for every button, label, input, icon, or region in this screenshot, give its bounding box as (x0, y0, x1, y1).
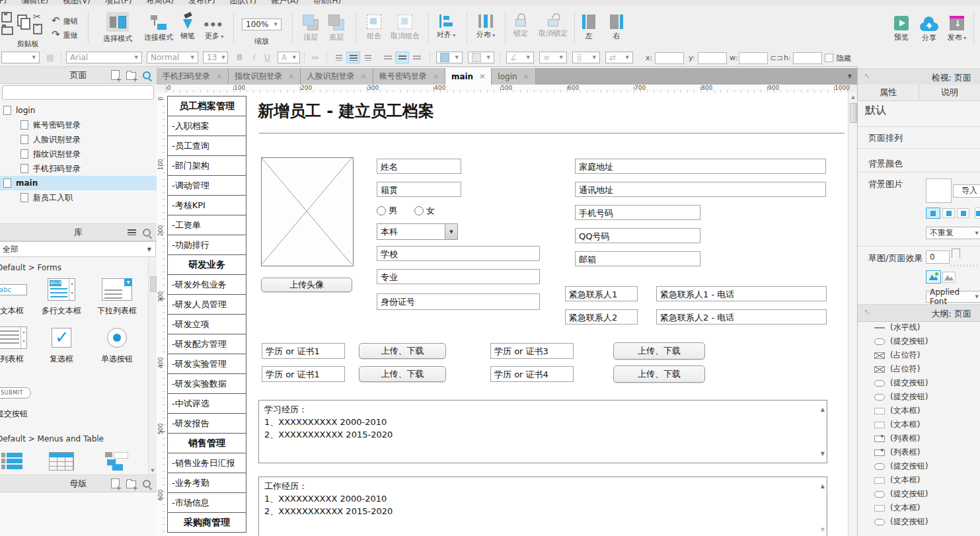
menu-item[interactable]: 发布(P) (188, 0, 215, 5)
document-tab[interactable]: login (492, 68, 535, 85)
bg-repeat-select[interactable]: 不重复 (926, 227, 980, 239)
valign-top-button[interactable] (381, 52, 395, 63)
collapse-panel-icon[interactable] (864, 71, 870, 81)
page-tree-item[interactable]: 手机扫码登录 (0, 161, 157, 176)
scroll-down-icon[interactable] (149, 468, 157, 473)
zoom-select[interactable]: 100% (242, 19, 282, 30)
library-widget[interactable]: 下拉列表框 (94, 276, 140, 317)
link-wh-icon[interactable]: ⊏⊐ (771, 54, 782, 62)
menu-item[interactable]: 编辑(E) (21, 0, 48, 5)
email-field[interactable]: 邮箱 (575, 251, 700, 266)
library-widget[interactable]: SUBMIT 提交按钮 (0, 379, 35, 420)
halign-left-button[interactable] (332, 52, 346, 63)
design-canvas[interactable]: 员工档案管理-入职档案-员工查询-部门架构-调动管理-考核KPI-工资单-功勋排… (165, 93, 848, 536)
w-input[interactable] (739, 52, 768, 64)
group-button[interactable]: 组合 (361, 15, 387, 41)
emergency-contact1-phone-field[interactable]: 紧急联系人1 - 电话 (656, 286, 827, 301)
collapse-panel-icon[interactable] (864, 307, 870, 317)
edit-style-icon[interactable]: ▤ (44, 52, 57, 63)
cert4-field[interactable]: 学历 or 证书4 (490, 366, 574, 382)
style-select[interactable] (1, 52, 40, 63)
outline-item[interactable]: (提交按钮) (858, 334, 980, 348)
add-folder-icon[interactable] (126, 72, 136, 80)
work-history-textarea[interactable]: 工作经历： 1、XXXXXXXXXX 2000-2010 2、XXXXXXXXX… (258, 477, 827, 536)
share-button[interactable]: 分享 (916, 17, 942, 43)
outline-item[interactable]: (列表框) (858, 445, 980, 459)
library-widget[interactable] (94, 448, 140, 477)
bg-align-left-button[interactable] (975, 208, 980, 219)
study-history-textarea[interactable]: 学习经历： 1、XXXXXXXXXX 2000-2010 2、XXXXXXXXX… (258, 400, 827, 463)
outline-item[interactable]: (提交按钮) (858, 515, 980, 529)
upload-download-button[interactable]: 上传、下载 (613, 342, 705, 360)
document-tab[interactable]: 指纹识别登录 (229, 68, 301, 85)
wireframe-nav-item[interactable]: -销售业务日汇报 (168, 453, 246, 473)
sketch-slider-handle[interactable] (952, 249, 960, 262)
copy-button[interactable] (17, 15, 27, 26)
page-tree-item[interactable]: 新员工入职 (0, 190, 157, 205)
menu-item[interactable]: 布局(A) (146, 0, 174, 5)
library-filter-select[interactable]: 全部 (0, 241, 156, 257)
mailing-address-field[interactable]: 通讯地址 (575, 182, 826, 197)
tab-overflow-icon[interactable] (848, 73, 852, 79)
undo-button[interactable]: 撤销 (52, 14, 78, 26)
outline-item[interactable]: (文本框) (858, 473, 980, 487)
wireframe-nav-item[interactable]: -员工查询 (168, 136, 246, 156)
document-tab[interactable]: 账号密码登录 (373, 68, 445, 85)
degree-droplist[interactable]: 本科 (377, 223, 458, 240)
add-page-icon[interactable] (111, 70, 120, 80)
library-widget[interactable]: 列表框 (0, 325, 35, 365)
masters-search-icon[interactable] (143, 480, 151, 488)
name-field[interactable]: 姓名 (377, 159, 461, 174)
wireframe-nav-item[interactable]: -入职档案 (168, 116, 246, 136)
wireframe-nav-item[interactable]: -考核KPI (168, 196, 246, 215)
scroll-down-icon[interactable] (821, 447, 825, 460)
line-style-select[interactable]: ≡ (539, 52, 567, 63)
home-address-field[interactable]: 家庭地址 (575, 159, 826, 174)
close-tab-icon[interactable] (523, 73, 529, 80)
scrollbar-thumb[interactable] (150, 276, 157, 292)
lock-button[interactable]: 锁定 (508, 13, 534, 38)
close-tab-icon[interactable] (433, 73, 439, 80)
upload-avatar-button[interactable]: 上传头像 (261, 278, 352, 292)
pen-tool-button[interactable]: 钢笔 (174, 13, 201, 41)
page-style-name[interactable]: 默认 (865, 104, 886, 118)
preview-button[interactable]: 预览 (889, 16, 913, 42)
major-field[interactable]: 专业 (377, 269, 540, 284)
wireframe-nav-item[interactable]: 采购商管理 (168, 513, 246, 532)
menu-item[interactable]: 文件(F) (0, 0, 7, 5)
font-family-select[interactable]: Arial (66, 52, 142, 63)
wireframe-nav-item[interactable]: -工资单 (168, 215, 246, 235)
distribute-button[interactable]: 分布 (471, 15, 501, 40)
wireframe-nav-item[interactable]: -研发立项 (168, 315, 246, 334)
align-left-button[interactable]: 左 (578, 15, 600, 41)
cert1-field[interactable]: 学历 or 证书1 (262, 343, 345, 359)
halign-center-button[interactable] (346, 52, 360, 63)
outline-item[interactable]: (提交按钮) (858, 459, 980, 473)
library-widget[interactable]: abc 文本框 (0, 276, 35, 317)
page-align-row[interactable]: 页面排列 (868, 132, 903, 144)
outline-item[interactable]: (占位符) (858, 348, 980, 362)
border-pattern-select[interactable]: ⣿ (572, 52, 600, 63)
school-field[interactable]: 学校 (377, 246, 540, 261)
cert3-field[interactable]: 学历 or 证书3 (490, 343, 574, 359)
library-widget[interactable] (0, 448, 35, 477)
unlock-button[interactable]: 取消锁定 (533, 13, 574, 38)
bullet-list-icon[interactable]: ≔ (308, 52, 322, 63)
female-radio[interactable]: 女 (414, 205, 435, 217)
hide-checkbox[interactable] (825, 54, 833, 62)
align-button[interactable]: 对齐 (431, 15, 461, 40)
menu-item[interactable]: 账户(A) (271, 0, 299, 5)
emergency-contact1-field[interactable]: 紧急联系人1 (565, 286, 638, 301)
scroll-up-icon[interactable] (848, 95, 858, 100)
emergency-contact2-phone-field[interactable]: 紧急联系人2 - 电话 (656, 309, 827, 325)
publish-button[interactable]: 发布 (942, 16, 971, 42)
fill-color-select[interactable] (436, 52, 463, 63)
wireframe-nav-item[interactable]: -业务考勤 (168, 473, 246, 493)
bg-align-top-button[interactable] (942, 208, 955, 218)
close-tab-icon[interactable] (479, 73, 485, 80)
menu-item[interactable]: 团队(T) (230, 0, 257, 5)
id-number-field[interactable]: 身份证号 (377, 293, 540, 310)
align-right-button[interactable]: 右 (605, 15, 628, 41)
import-image-button[interactable]: 导入 (953, 184, 980, 198)
open-button[interactable] (1, 24, 13, 35)
